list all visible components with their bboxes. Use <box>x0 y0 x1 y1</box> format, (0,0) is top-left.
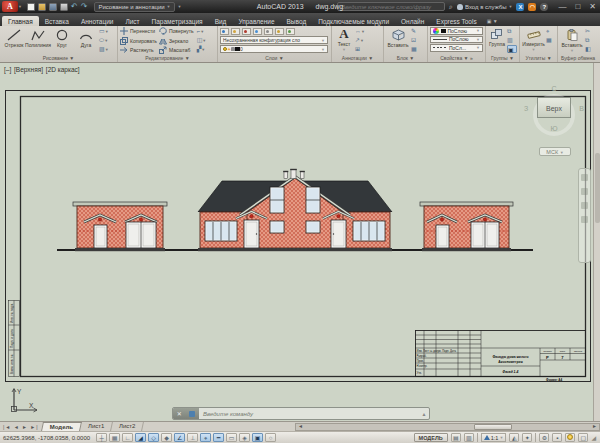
tab-output[interactable]: Вывод <box>281 16 313 26</box>
customize-icon[interactable] <box>189 411 195 417</box>
open-file-icon[interactable] <box>38 3 46 11</box>
model-space-drawing[interactable]: Инв. № подл. Подп. и дата Взам. инв. № <box>0 63 600 421</box>
command-input[interactable]: Введите команду <box>199 408 419 419</box>
tab-parametric[interactable]: Параметризация <box>146 16 209 26</box>
ellipse-tool-icon[interactable]: ⬭▼ <box>99 36 112 44</box>
edit-block-icon[interactable]: ✎ <box>411 27 424 35</box>
viewcube[interactable]: С Верх З В Ю МСК ▼ <box>526 85 582 161</box>
group-button[interactable]: Группа <box>488 27 506 47</box>
tab-layout[interactable]: Лист <box>119 16 145 26</box>
viewport-view-control[interactable]: [Верхняя] <box>14 66 43 73</box>
line-button[interactable]: Отрезок <box>2 27 26 48</box>
panel-label-block[interactable]: Блок ▼ <box>384 54 427 62</box>
table-tool-icon[interactable]: ⊞ <box>355 45 368 53</box>
vertical-scrollbar-thumb[interactable] <box>595 153 600 223</box>
move-button[interactable]: Перенести <box>120 27 157 36</box>
circle-button[interactable]: Круг <box>50 27 74 48</box>
layer-off-icon[interactable] <box>231 28 240 35</box>
toggle-tpy[interactable]: ▭ <box>226 433 237 442</box>
horizontal-scrollbar[interactable]: ◄ ► <box>295 423 600 431</box>
scroll-left-icon[interactable]: ◄ <box>296 423 305 430</box>
right-outbuilding-elevation[interactable] <box>420 202 513 251</box>
scroll-right-icon[interactable]: ► <box>590 423 599 430</box>
layer-match-icon[interactable] <box>275 28 284 35</box>
toggle-polar[interactable]: ◢ <box>135 433 146 442</box>
signin-button[interactable]: Вход в службы ▼ <box>457 4 512 10</box>
horizontal-scrollbar-thumb[interactable] <box>474 424 512 430</box>
toggle-am[interactable]: ○ <box>265 433 276 442</box>
toggle-3dosnap[interactable]: ◆ <box>161 433 172 442</box>
text-button[interactable]: A Текст ▼ <box>334 27 354 52</box>
toggle-sc[interactable]: ▣ <box>252 433 263 442</box>
minimize-button[interactable]: — <box>558 0 566 13</box>
lineweight-dropdown[interactable]: ПоСлою ▼ <box>430 36 483 44</box>
orbit-icon[interactable] <box>581 216 588 223</box>
leader-tool-icon[interactable]: ↗▼ <box>355 36 368 44</box>
viewcube-north-label[interactable]: С <box>526 85 582 92</box>
toggle-otrack[interactable]: ∠ <box>174 433 185 442</box>
mirror-button[interactable]: Зеркало <box>159 37 194 46</box>
autodesk360-icon[interactable]: ◠ <box>528 3 536 11</box>
group-edit-icon[interactable]: ▥ <box>507 36 517 44</box>
plot-icon[interactable] <box>60 3 68 11</box>
quick-view-layouts-icon[interactable]: ▤ <box>451 433 461 442</box>
paste-button[interactable]: Вставить ▼ <box>560 27 584 53</box>
app-menu-caret-icon[interactable]: ▼ <box>18 4 22 9</box>
panel-label-modify[interactable]: Редактирование ▼ <box>118 54 217 62</box>
object-color-dropdown[interactable]: ПоСлою ▼ <box>430 27 483 35</box>
help-icon[interactable]: ? <box>540 3 548 11</box>
resize-grip[interactable]: ◢ <box>591 434 597 441</box>
command-line[interactable]: ✕ Введите команду ▲ <box>172 407 430 420</box>
insert-block-button[interactable]: Вставить <box>386 27 410 48</box>
undo-icon[interactable]: ↶ <box>71 3 78 11</box>
copy-clip-icon[interactable]: ⧉ <box>585 36 595 44</box>
coordinates-readout[interactable]: 62625.3968, -1708.0358, 0.0000 <box>3 435 90 441</box>
viewport-visual-style-control[interactable]: [2D каркас] <box>46 66 80 73</box>
title-block[interactable]: Изм. Лист № докум. Подп. Дата Разраб. Пр… <box>416 331 586 383</box>
tab-model[interactable]: Модель <box>41 422 82 431</box>
trim-tool-icon[interactable]: ⌐▼ <box>197 27 210 35</box>
rectangle-tool-icon[interactable]: ▭▼ <box>99 27 112 35</box>
tab-layout2[interactable]: Лист2 <box>111 422 144 431</box>
viewcube-top-face[interactable]: Верх <box>537 97 571 118</box>
rotate-button[interactable]: Повернуть <box>159 27 194 36</box>
hatch-tool-icon[interactable]: ▨▼ <box>99 45 112 53</box>
tab-manage[interactable]: Управление <box>232 16 280 26</box>
tab-annotate[interactable]: Аннотации <box>75 16 120 26</box>
redo-icon[interactable]: ↷ <box>81 3 88 11</box>
search-icon[interactable]: ⌕ <box>449 2 453 11</box>
linetype-dropdown[interactable]: ПоСл... ▼ <box>430 44 483 52</box>
toggle-grid[interactable]: ▦ <box>109 433 120 442</box>
panel-label-clipboard[interactable]: Буфер обмена <box>558 54 598 62</box>
layer-isolate-icon[interactable] <box>242 28 251 35</box>
exchange-apps-icon[interactable]: X <box>516 3 524 11</box>
array-tool-icon[interactable]: ▞▼ <box>197 45 210 53</box>
toggle-dyn[interactable]: ⌖ <box>200 433 211 442</box>
search-input[interactable] <box>337 2 445 11</box>
qat-menu-caret-icon[interactable]: ▼ <box>178 4 182 9</box>
panel-label-draw[interactable]: Рисование ▼ <box>0 54 117 62</box>
maximize-button[interactable]: □ <box>575 0 580 13</box>
right-wing-window[interactable] <box>353 221 385 241</box>
toggle-snap[interactable]: ┼ <box>96 433 107 442</box>
vertical-scrollbar[interactable] <box>593 63 600 421</box>
layer-prev-icon[interactable] <box>286 28 295 35</box>
layer-state-dropdown[interactable]: Несохраненная конфигурация сло ▼ <box>220 36 328 44</box>
toggle-ducs[interactable]: ⊥ <box>187 433 198 442</box>
quick-calc-icon[interactable]: ▦ <box>546 36 556 44</box>
toolbar-lock-icon[interactable]: ▪ <box>552 433 562 442</box>
toggle-ortho[interactable]: ∟ <box>122 433 133 442</box>
ribbon-minimize-icon[interactable]: ▣ ▼ <box>487 18 498 26</box>
panel-label-groups[interactable]: Группы ▼ <box>486 54 519 62</box>
wcs-dropdown[interactable]: МСК ▼ <box>539 147 571 156</box>
clean-screen-icon[interactable]: ▢ <box>578 433 588 442</box>
save-icon[interactable] <box>49 3 57 11</box>
isolate-objects-icon[interactable] <box>565 433 575 442</box>
annotation-scale-dropdown[interactable]: 1:1 ▼ <box>481 433 507 442</box>
tab-view[interactable]: Вид <box>209 16 233 26</box>
side-stamp[interactable]: Инв. № подл. Подп. и дата Взам. инв. № <box>9 301 20 377</box>
id-point-icon[interactable]: ⌖ <box>546 27 556 35</box>
left-wing-window[interactable] <box>205 221 237 241</box>
navigation-bar[interactable] <box>578 168 591 263</box>
close-icon[interactable]: ✕ <box>177 410 182 417</box>
